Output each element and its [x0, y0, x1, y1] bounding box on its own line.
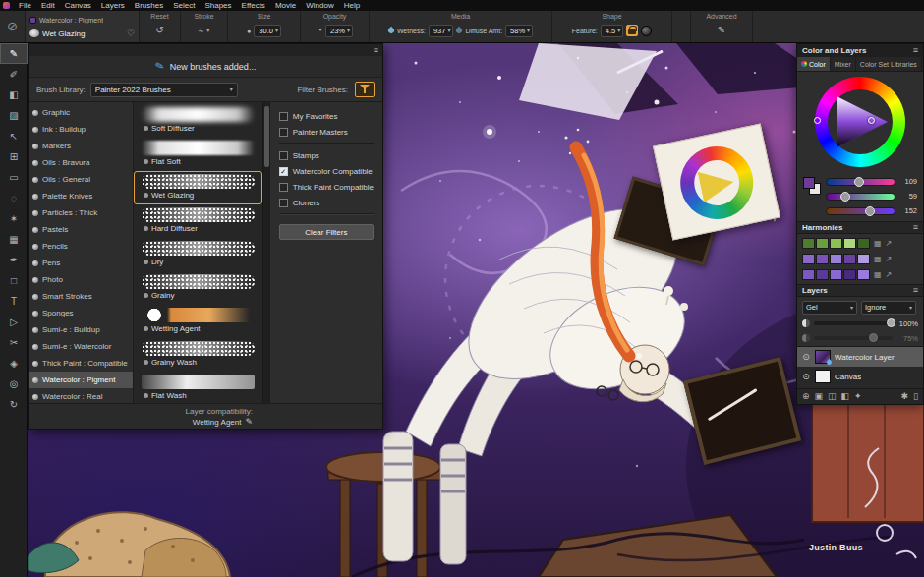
green-slider[interactable]: [826, 193, 895, 201]
harmony-swatch[interactable]: [802, 269, 815, 280]
harmony-row[interactable]: ▦ ↗: [802, 237, 918, 250]
harmony-swatch[interactable]: [830, 269, 842, 280]
blend-mode-select[interactable]: Gel ▾: [802, 301, 857, 315]
variants-scrollbar[interactable]: [262, 102, 269, 403]
menu-layers[interactable]: Layers: [96, 0, 130, 11]
transform-tool[interactable]: ⊞: [0, 146, 28, 167]
delete-layer-icon[interactable]: ▯: [913, 392, 918, 401]
harmony-grid-icon[interactable]: ▦: [874, 256, 882, 263]
harmony-swatch[interactable]: [843, 238, 856, 249]
harmony-swatch[interactable]: [857, 269, 870, 280]
brush-category-item[interactable]: Watercolor : Real: [29, 388, 133, 403]
harmony-swatch[interactable]: [843, 254, 856, 264]
layers-header[interactable]: Layers ≡: [797, 284, 923, 297]
layer-secondary-slider[interactable]: [814, 336, 893, 340]
brush-library-select[interactable]: Painter 2022 Brushes ▾: [90, 83, 238, 97]
panel-menu-icon[interactable]: ≡: [913, 46, 918, 55]
filter-watercolor-compatible[interactable]: ✓Watercolor Compatible: [279, 163, 374, 179]
brush-variant-item[interactable]: Dry: [134, 238, 262, 271]
scrollbar-thumb[interactable]: [264, 106, 269, 167]
harmony-swatch[interactable]: [843, 269, 856, 280]
filter-cloners[interactable]: Cloners: [279, 195, 374, 210]
filter-my-favorites[interactable]: My Favorites: [279, 108, 374, 124]
new-group-icon[interactable]: ▣: [815, 392, 824, 401]
menu-movie[interactable]: Movie: [270, 0, 301, 11]
layer-row-watercolor[interactable]: ⊙ Watercolor Layer: [797, 347, 923, 367]
brush-variant-item[interactable]: Grainy: [134, 271, 262, 305]
layer-row-canvas[interactable]: ⊙ Canvas: [797, 367, 923, 386]
harmony-apply-icon[interactable]: ↗: [886, 271, 893, 279]
brush-category-item[interactable]: Pencils: [29, 238, 133, 255]
size-caret-icon[interactable]: ▾: [275, 28, 278, 33]
brush-variant-item[interactable]: Hard Diffuser: [134, 204, 262, 238]
magic-wand-tool[interactable]: ✶: [0, 208, 28, 229]
pen-tool[interactable]: ✒: [0, 250, 28, 270]
brush-category-item[interactable]: Sumi-e : Watercolor: [29, 338, 133, 355]
duplicate-layer-icon[interactable]: ◫: [828, 392, 837, 401]
layer-mask-icon[interactable]: ◧: [841, 392, 850, 401]
favorite-icon[interactable]: ♡: [127, 29, 135, 38]
brush-category-item[interactable]: Smart Strokes: [29, 288, 133, 305]
panel-titlebar[interactable]: Color and Layers ≡: [797, 44, 923, 57]
filter-stamps[interactable]: Stamps: [279, 147, 374, 163]
harmony-row[interactable]: ▦ ↗: [802, 253, 918, 265]
harmony-row[interactable]: ▦ ↗: [802, 268, 918, 281]
wetness-caret-icon[interactable]: ▾: [447, 28, 450, 33]
eraser-tool[interactable]: ▨: [0, 105, 28, 126]
tab-color[interactable]: Color: [797, 57, 831, 71]
reset-brush-icon[interactable]: ↺: [155, 26, 163, 35]
harmony-swatch[interactable]: [816, 238, 829, 249]
harmonies-menu-icon[interactable]: ≡: [913, 223, 918, 232]
brush-category-item[interactable]: Palette Knives: [29, 188, 133, 204]
text-tool[interactable]: T: [0, 291, 28, 312]
harmony-swatch[interactable]: [816, 269, 829, 280]
harmony-apply-icon[interactable]: ↗: [886, 256, 893, 263]
menu-shapes[interactable]: Shapes: [200, 0, 236, 11]
brush-category-item[interactable]: Sumi-e : Buildup: [29, 321, 133, 338]
menu-brushes[interactable]: Brushes: [130, 0, 168, 11]
size-input[interactable]: 30.0 ▾: [254, 25, 281, 37]
feature-caret-icon[interactable]: ▾: [617, 28, 620, 33]
brush-category-item[interactable]: Particles : Thick: [29, 204, 133, 221]
harmony-swatch[interactable]: [857, 238, 870, 249]
crop-tool[interactable]: ▦: [0, 229, 28, 250]
brush-category-item[interactable]: Oils : Bravura: [29, 154, 133, 171]
red-slider-knob[interactable]: [854, 177, 864, 187]
new-layer-icon[interactable]: ⊕: [802, 392, 810, 401]
new-brushes-banner[interactable]: ✎ New brushes added...: [29, 56, 382, 78]
brush-variant-item[interactable]: Flat Soft: [134, 138, 262, 171]
main-color-swatch[interactable]: [803, 177, 815, 189]
brush-category-item[interactable]: Thick Paint : Compatible: [29, 355, 133, 372]
menu-effects[interactable]: Effects: [237, 0, 270, 11]
advanced-brush-icon[interactable]: ✎: [718, 26, 725, 35]
paint-bucket-tool[interactable]: ◧: [0, 85, 28, 105]
layer-adjuster-tool[interactable]: ↖: [0, 126, 28, 146]
brush-category-item[interactable]: Pens: [29, 255, 133, 271]
harmony-swatch[interactable]: [830, 254, 842, 264]
menu-edit[interactable]: Edit: [36, 0, 60, 11]
layer-opacity-slider[interactable]: [814, 321, 893, 325]
brush-variant-item[interactable]: Soft Diffuser: [134, 104, 262, 138]
blue-slider-knob[interactable]: [865, 206, 875, 216]
brush-category-item[interactable]: Graphic: [29, 104, 133, 121]
stroke-caret-icon[interactable]: ▾: [206, 28, 209, 33]
scissors-tool[interactable]: ✂: [0, 332, 28, 353]
layer-options-gear-icon[interactable]: ✱: [901, 392, 909, 401]
brush-variant-item[interactable]: Grainy Wash: [134, 338, 262, 372]
brush-variant-item[interactable]: Wetting Agent: [134, 305, 262, 338]
lasso-tool[interactable]: ◌: [0, 188, 28, 208]
red-slider[interactable]: [826, 178, 895, 186]
opacity-caret-icon[interactable]: ▾: [347, 28, 350, 33]
feature-input[interactable]: 4.5 ▾: [601, 25, 623, 37]
clear-filters-button[interactable]: Clear Filters: [279, 224, 374, 240]
brush-variant-item[interactable]: Flat Wash: [134, 372, 262, 403]
brush-category-item[interactable]: Ink : Buildup: [29, 121, 133, 138]
filter-funnel-button[interactable]: [355, 82, 375, 97]
filter-painter-masters[interactable]: Painter Masters: [279, 124, 374, 140]
tab-color-set-libraries[interactable]: Color Set Libraries: [856, 57, 922, 71]
brush-selector[interactable]: Watercolor : Pigment Wet Glazing ♡: [26, 11, 140, 42]
color-wheel[interactable]: [797, 72, 923, 172]
layers-menu-icon[interactable]: ≡: [913, 286, 918, 295]
brush-category-item[interactable]: Sponges: [29, 305, 133, 321]
tab-mixer[interactable]: Mixer: [831, 57, 856, 71]
